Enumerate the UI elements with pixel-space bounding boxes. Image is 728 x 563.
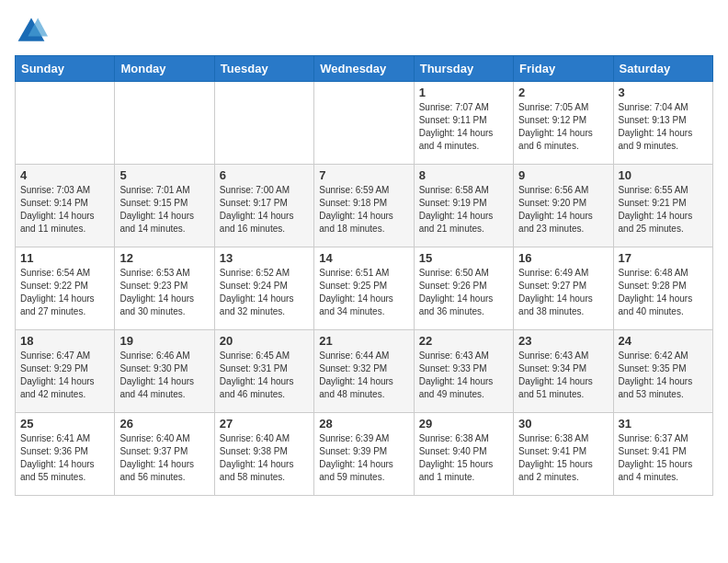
- day-info: Sunrise: 6:54 AM Sunset: 9:22 PM Dayligh…: [20, 267, 109, 318]
- calendar-cell: 18Sunrise: 6:47 AM Sunset: 9:29 PM Dayli…: [16, 330, 115, 413]
- day-number: 9: [518, 168, 608, 182]
- calendar-cell: 7Sunrise: 6:59 AM Sunset: 9:18 PM Daylig…: [314, 165, 414, 247]
- day-number: 7: [319, 168, 408, 182]
- logo: [15, 15, 51, 48]
- calendar-cell: [115, 82, 214, 165]
- day-number: 10: [619, 168, 708, 182]
- day-info: Sunrise: 6:45 AM Sunset: 9:31 PM Dayligh…: [220, 350, 309, 401]
- day-number: 3: [619, 86, 708, 99]
- calendar-cell: 16Sunrise: 6:49 AM Sunset: 9:27 PM Dayli…: [514, 247, 613, 330]
- calendar-cell: 22Sunrise: 6:43 AM Sunset: 9:33 PM Dayli…: [414, 330, 513, 413]
- logo-icon: [15, 15, 48, 48]
- day-number: 17: [619, 251, 708, 265]
- day-info: Sunrise: 6:48 AM Sunset: 9:28 PM Dayligh…: [619, 267, 708, 318]
- calendar-table: SundayMondayTuesdayWednesdayThursdayFrid…: [15, 55, 713, 496]
- day-info: Sunrise: 6:47 AM Sunset: 9:29 PM Dayligh…: [20, 350, 109, 401]
- day-info: Sunrise: 6:43 AM Sunset: 9:33 PM Dayligh…: [419, 350, 508, 401]
- day-number: 22: [419, 334, 508, 348]
- calendar-cell: 15Sunrise: 6:50 AM Sunset: 9:26 PM Dayli…: [414, 247, 513, 330]
- calendar-cell: 10Sunrise: 6:55 AM Sunset: 9:21 PM Dayli…: [613, 165, 712, 247]
- day-number: 27: [220, 417, 309, 431]
- day-number: 30: [518, 417, 608, 431]
- day-info: Sunrise: 6:38 AM Sunset: 9:41 PM Dayligh…: [518, 432, 608, 484]
- day-number: 24: [619, 334, 708, 348]
- calendar-cell: 25Sunrise: 6:41 AM Sunset: 9:36 PM Dayli…: [16, 413, 115, 496]
- calendar-cell: 30Sunrise: 6:38 AM Sunset: 9:41 PM Dayli…: [514, 413, 613, 496]
- page-header: [15, 15, 713, 48]
- calendar-cell: 6Sunrise: 7:00 AM Sunset: 9:17 PM Daylig…: [214, 165, 313, 247]
- day-number: 1: [419, 86, 508, 99]
- day-number: 6: [220, 168, 309, 182]
- calendar-header-row: SundayMondayTuesdayWednesdayThursdayFrid…: [16, 56, 713, 82]
- calendar-cell: 19Sunrise: 6:46 AM Sunset: 9:30 PM Dayli…: [115, 330, 214, 413]
- day-of-week-header: Friday: [514, 56, 613, 82]
- day-info: Sunrise: 6:43 AM Sunset: 9:34 PM Dayligh…: [518, 350, 608, 401]
- day-number: 26: [119, 417, 209, 431]
- day-number: 20: [220, 334, 309, 348]
- day-of-week-header: Thursday: [414, 56, 513, 82]
- calendar-cell: 12Sunrise: 6:53 AM Sunset: 9:23 PM Dayli…: [115, 247, 214, 330]
- calendar-cell: 8Sunrise: 6:58 AM Sunset: 9:19 PM Daylig…: [414, 165, 513, 247]
- day-of-week-header: Saturday: [613, 56, 712, 82]
- day-number: 28: [319, 417, 408, 431]
- day-number: 31: [619, 417, 708, 431]
- day-of-week-header: Tuesday: [214, 56, 313, 82]
- day-info: Sunrise: 6:37 AM Sunset: 9:41 PM Dayligh…: [619, 432, 708, 484]
- calendar-cell: 11Sunrise: 6:54 AM Sunset: 9:22 PM Dayli…: [16, 247, 115, 330]
- day-info: Sunrise: 7:00 AM Sunset: 9:17 PM Dayligh…: [220, 184, 309, 236]
- day-number: 8: [419, 168, 508, 182]
- day-info: Sunrise: 6:42 AM Sunset: 9:35 PM Dayligh…: [619, 350, 708, 401]
- calendar-cell: 20Sunrise: 6:45 AM Sunset: 9:31 PM Dayli…: [214, 330, 313, 413]
- day-info: Sunrise: 6:38 AM Sunset: 9:40 PM Dayligh…: [419, 432, 508, 484]
- day-number: 5: [119, 168, 209, 182]
- day-number: 11: [20, 251, 109, 265]
- day-of-week-header: Wednesday: [314, 56, 414, 82]
- day-info: Sunrise: 6:41 AM Sunset: 9:36 PM Dayligh…: [20, 432, 109, 484]
- calendar-cell: 29Sunrise: 6:38 AM Sunset: 9:40 PM Dayli…: [414, 413, 513, 496]
- day-info: Sunrise: 7:05 AM Sunset: 9:12 PM Dayligh…: [518, 101, 608, 153]
- day-info: Sunrise: 6:40 AM Sunset: 9:37 PM Dayligh…: [119, 432, 209, 484]
- calendar-cell: 14Sunrise: 6:51 AM Sunset: 9:25 PM Dayli…: [314, 247, 414, 330]
- day-number: 15: [419, 251, 508, 265]
- calendar-cell: [16, 82, 115, 165]
- day-info: Sunrise: 7:03 AM Sunset: 9:14 PM Dayligh…: [20, 184, 109, 236]
- day-number: 4: [20, 168, 109, 182]
- calendar-cell: 9Sunrise: 6:56 AM Sunset: 9:20 PM Daylig…: [514, 165, 613, 247]
- day-number: 29: [419, 417, 508, 431]
- calendar-cell: 28Sunrise: 6:39 AM Sunset: 9:39 PM Dayli…: [314, 413, 414, 496]
- calendar-cell: [214, 82, 313, 165]
- day-number: 19: [119, 334, 209, 348]
- day-info: Sunrise: 6:52 AM Sunset: 9:24 PM Dayligh…: [220, 267, 309, 318]
- day-info: Sunrise: 6:49 AM Sunset: 9:27 PM Dayligh…: [518, 267, 608, 318]
- day-info: Sunrise: 6:50 AM Sunset: 9:26 PM Dayligh…: [419, 267, 508, 318]
- calendar-week-row: 1Sunrise: 7:07 AM Sunset: 9:11 PM Daylig…: [16, 82, 713, 165]
- calendar-cell: 17Sunrise: 6:48 AM Sunset: 9:28 PM Dayli…: [613, 247, 712, 330]
- day-number: 2: [518, 86, 608, 99]
- calendar-cell: 23Sunrise: 6:43 AM Sunset: 9:34 PM Dayli…: [514, 330, 613, 413]
- calendar-cell: 2Sunrise: 7:05 AM Sunset: 9:12 PM Daylig…: [514, 82, 613, 165]
- day-number: 16: [518, 251, 608, 265]
- day-info: Sunrise: 6:58 AM Sunset: 9:19 PM Dayligh…: [419, 184, 508, 236]
- day-info: Sunrise: 7:01 AM Sunset: 9:15 PM Dayligh…: [119, 184, 209, 236]
- calendar-cell: [314, 82, 414, 165]
- day-info: Sunrise: 7:07 AM Sunset: 9:11 PM Dayligh…: [419, 101, 508, 153]
- day-number: 21: [319, 334, 408, 348]
- day-info: Sunrise: 6:39 AM Sunset: 9:39 PM Dayligh…: [319, 432, 408, 484]
- calendar-week-row: 11Sunrise: 6:54 AM Sunset: 9:22 PM Dayli…: [16, 247, 713, 330]
- day-info: Sunrise: 6:53 AM Sunset: 9:23 PM Dayligh…: [119, 267, 209, 318]
- calendar-cell: 3Sunrise: 7:04 AM Sunset: 9:13 PM Daylig…: [613, 82, 712, 165]
- day-info: Sunrise: 6:55 AM Sunset: 9:21 PM Dayligh…: [619, 184, 708, 236]
- day-info: Sunrise: 7:04 AM Sunset: 9:13 PM Dayligh…: [619, 101, 708, 153]
- day-number: 14: [319, 251, 408, 265]
- day-number: 18: [20, 334, 109, 348]
- calendar-cell: 5Sunrise: 7:01 AM Sunset: 9:15 PM Daylig…: [115, 165, 214, 247]
- day-info: Sunrise: 6:44 AM Sunset: 9:32 PM Dayligh…: [319, 350, 408, 401]
- calendar-cell: 31Sunrise: 6:37 AM Sunset: 9:41 PM Dayli…: [613, 413, 712, 496]
- calendar-cell: 4Sunrise: 7:03 AM Sunset: 9:14 PM Daylig…: [16, 165, 115, 247]
- day-info: Sunrise: 6:46 AM Sunset: 9:30 PM Dayligh…: [119, 350, 209, 401]
- calendar-cell: 26Sunrise: 6:40 AM Sunset: 9:37 PM Dayli…: [115, 413, 214, 496]
- day-info: Sunrise: 6:51 AM Sunset: 9:25 PM Dayligh…: [319, 267, 408, 318]
- calendar-cell: 13Sunrise: 6:52 AM Sunset: 9:24 PM Dayli…: [214, 247, 313, 330]
- day-of-week-header: Sunday: [16, 56, 115, 82]
- day-info: Sunrise: 6:56 AM Sunset: 9:20 PM Dayligh…: [518, 184, 608, 236]
